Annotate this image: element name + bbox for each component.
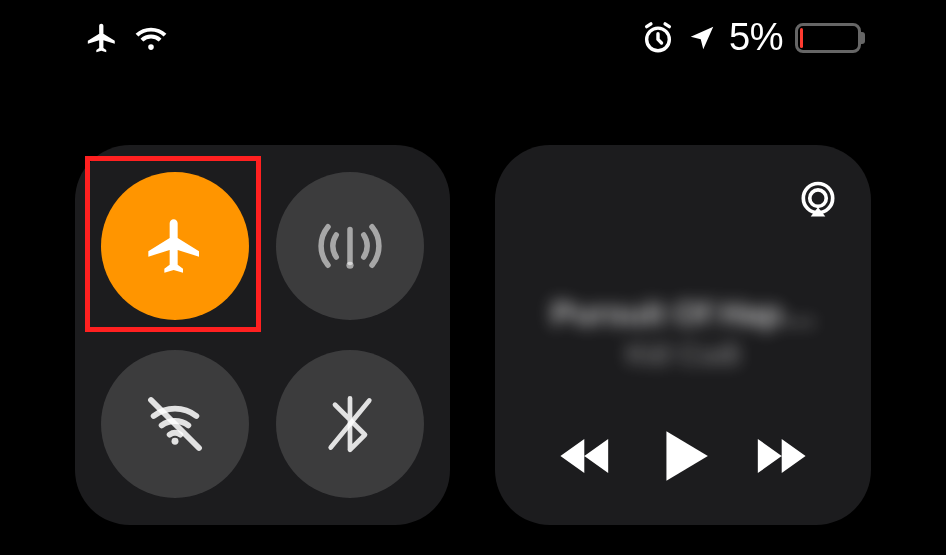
- svg-point-2: [171, 438, 178, 445]
- cellular-icon: [317, 213, 383, 279]
- location-icon: [687, 23, 717, 53]
- cellular-data-toggle[interactable]: [276, 172, 424, 320]
- fast-forward-icon: [751, 434, 809, 478]
- svg-point-1: [347, 262, 354, 269]
- media-tile[interactable]: Pursuit Of Hap… Kid Cudi: [495, 145, 871, 525]
- status-right: 5%: [641, 16, 861, 59]
- track-title: Pursuit Of Hap…: [523, 294, 843, 333]
- control-center-panels: Pursuit Of Hap… Kid Cudi: [75, 145, 871, 525]
- airplay-button[interactable]: [793, 175, 843, 225]
- airplane-mode-toggle[interactable]: [101, 172, 249, 320]
- connectivity-tile[interactable]: [75, 145, 450, 525]
- svg-point-4: [810, 190, 827, 207]
- rewind-icon: [557, 434, 615, 478]
- previous-track-button[interactable]: [551, 421, 621, 491]
- track-artist: Kid Cudi: [523, 337, 843, 371]
- battery-icon: [795, 23, 861, 53]
- bluetooth-toggle[interactable]: [276, 350, 424, 498]
- wifi-toggle[interactable]: [101, 350, 249, 498]
- bluetooth-off-icon: [324, 394, 376, 454]
- battery-percent: 5%: [729, 16, 783, 59]
- airplane-icon: [143, 214, 207, 278]
- wifi-off-icon: [143, 392, 207, 456]
- alarm-icon: [641, 21, 675, 55]
- media-top: [523, 175, 843, 225]
- play-button[interactable]: [648, 421, 718, 491]
- connectivity-grid: [75, 145, 450, 525]
- battery-level: [800, 28, 803, 48]
- play-icon: [656, 427, 710, 485]
- airplane-icon: [85, 21, 119, 55]
- wifi-icon: [133, 24, 169, 52]
- next-track-button[interactable]: [745, 421, 815, 491]
- status-left: [85, 21, 169, 55]
- playback-controls: [523, 421, 843, 491]
- now-playing-info: Pursuit Of Hap… Kid Cudi: [523, 294, 843, 371]
- airplay-icon: [796, 178, 840, 222]
- status-bar: 5%: [0, 10, 946, 65]
